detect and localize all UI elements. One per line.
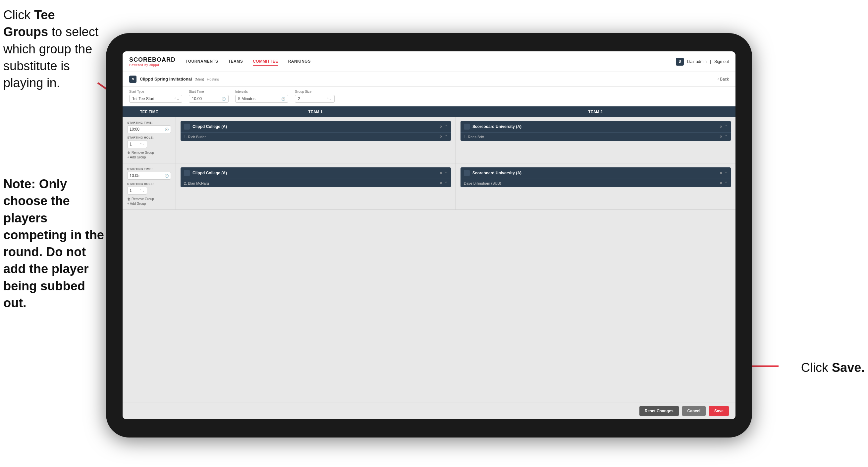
team2-expand-1[interactable]: ⌃ bbox=[724, 125, 727, 129]
click-save-label: Click Save. bbox=[801, 360, 865, 375]
group-size-value: 2 bbox=[298, 96, 300, 101]
player-row-1-1: 1. Rich Butler ✕ ⌃ bbox=[181, 132, 451, 141]
footer: Reset Changes Cancel Save bbox=[123, 402, 736, 419]
tablet-screen: SCOREBOARD Powered by clippd TOURNAMENTS… bbox=[123, 51, 736, 419]
gender-badge: (Men) bbox=[194, 77, 204, 81]
team2-name-2: Scoreboard University (A) bbox=[472, 171, 717, 175]
player-controls-1-1: ✕ ⌃ bbox=[440, 135, 447, 139]
starting-hole-label-2: STARTING HOLE: bbox=[127, 182, 171, 185]
start-type-label: Start Type bbox=[129, 90, 182, 93]
navbar: SCOREBOARD Powered by clippd TOURNAMENTS… bbox=[123, 51, 736, 72]
team1-expand-1[interactable]: ⌃ bbox=[444, 125, 447, 129]
start-time-input[interactable]: 10:00 🕙 bbox=[189, 95, 228, 103]
nav-committee[interactable]: COMMITTEE bbox=[253, 58, 278, 66]
player-name-2-2: Dave Billingham (SUB) bbox=[464, 181, 717, 185]
group-size-label: Group Size bbox=[295, 90, 335, 93]
time-icon-1: 🕙 bbox=[165, 127, 168, 131]
player-x-1-1[interactable]: ✕ bbox=[440, 135, 443, 139]
team2-header-2: Scoreboard University (A) ✕ ⌃ bbox=[461, 167, 731, 179]
nav-teams[interactable]: TEAMS bbox=[228, 58, 243, 66]
remove-group-btn-2[interactable]: 🗑 Remove Group bbox=[127, 197, 171, 201]
start-type-spinner: ⌃⌄ bbox=[174, 97, 179, 101]
add-group-btn-2[interactable]: + Add Group bbox=[127, 202, 171, 205]
player-x-1-2[interactable]: ✕ bbox=[440, 181, 443, 185]
team1-card-1: Clippd College (A) ✕ ⌃ 1. Rich Butler ✕ bbox=[181, 121, 451, 141]
group-teams-col-2: Clippd College (A) ✕ ⌃ 2. Blair McHarg ✕ bbox=[176, 164, 736, 209]
team2-card-2[interactable]: Scoreboard University (A) ✕ ⌃ Dave Billi… bbox=[461, 167, 731, 187]
team2-x-1[interactable]: ✕ bbox=[720, 125, 722, 129]
back-button[interactable]: ‹ Back bbox=[718, 77, 729, 82]
player-x-2-1[interactable]: ✕ bbox=[720, 135, 722, 139]
team1-controls-2: ✕ ⌃ bbox=[440, 171, 447, 175]
group-time-col-2: STARTING TIME: 10:05 🕙 STARTING HOLE: 1 … bbox=[123, 164, 176, 209]
start-time-value: 10:00 bbox=[192, 96, 202, 101]
team1-header-2: Clippd College (A) ✕ ⌃ bbox=[181, 167, 451, 179]
start-time-icon: 🕙 bbox=[222, 97, 226, 101]
team1-icon-2 bbox=[184, 170, 190, 176]
player-expand-1-1[interactable]: ⌃ bbox=[444, 135, 447, 139]
team1-icon-1 bbox=[184, 124, 190, 129]
hole-input-2[interactable]: 1 ⌃⌄ bbox=[127, 186, 147, 195]
user-name: blair admin bbox=[687, 59, 707, 64]
note-text: Note: Only choose the players competing … bbox=[3, 176, 109, 312]
cancel-button[interactable]: Cancel bbox=[682, 406, 706, 416]
start-type-input[interactable]: 1st Tee Start ⌃⌄ bbox=[129, 95, 182, 103]
trash-icon-1: 🗑 bbox=[127, 151, 130, 154]
team1-x-1[interactable]: ✕ bbox=[440, 125, 443, 129]
player-expand-1-2[interactable]: ⌃ bbox=[444, 181, 447, 185]
group-size-input[interactable]: 2 ⌃⌄ bbox=[295, 95, 335, 103]
note-bold: Note: Only choose the players competing … bbox=[3, 177, 104, 310]
instruction-text: Click Tee Groups to select which group t… bbox=[3, 7, 103, 91]
nav-tournaments[interactable]: TOURNAMENTS bbox=[186, 58, 218, 66]
team1-expand-2[interactable]: ⌃ bbox=[444, 171, 447, 175]
nav-rankings[interactable]: RANKINGS bbox=[288, 58, 311, 66]
th-tee-time: Tee Time bbox=[123, 107, 176, 117]
start-time-label: Start Time bbox=[189, 90, 228, 93]
reset-changes-button[interactable]: Reset Changes bbox=[640, 406, 679, 416]
team1-card-2[interactable]: Clippd College (A) ✕ ⌃ 2. Blair McHarg ✕ bbox=[181, 167, 451, 187]
team2-icon-2 bbox=[464, 170, 470, 176]
team2-card-1: Scoreboard University (A) ✕ ⌃ 1. Rees Br… bbox=[461, 121, 731, 141]
time-input-1[interactable]: 10:00 🕙 bbox=[127, 125, 171, 133]
starting-hole-label-1: STARTING HOLE: bbox=[127, 136, 171, 139]
hole-spinner-2: ⌃⌄ bbox=[140, 189, 145, 192]
intervals-input[interactable]: 5 Minutes 🕙 bbox=[235, 95, 288, 103]
player-expand-2-2[interactable]: ⌃ bbox=[724, 181, 727, 185]
group-time-col-1: STARTING TIME: 10:00 🕙 STARTING HOLE: 1 … bbox=[123, 117, 176, 163]
save-button[interactable]: Save bbox=[709, 406, 729, 416]
add-group-btn-1[interactable]: + Add Group bbox=[127, 155, 171, 159]
hole-input-1[interactable]: 1 ⌃⌄ bbox=[127, 140, 147, 148]
team2-controls-2: ✕ ⌃ bbox=[720, 171, 727, 175]
tee-groups-bold: Tee Groups bbox=[3, 8, 55, 39]
player-name-1-2: 2. Blair McHarg bbox=[184, 181, 437, 185]
team1-name-2: Clippd College (A) bbox=[192, 171, 437, 175]
team2-col-2: Scoreboard University (A) ✕ ⌃ Dave Billi… bbox=[456, 164, 736, 209]
team2-icon-1 bbox=[464, 124, 470, 129]
team2-expand-2[interactable]: ⌃ bbox=[724, 171, 727, 175]
group-size-field: Group Size 2 ⌃⌄ bbox=[295, 90, 335, 103]
player-row-1-2: 2. Blair McHarg ✕ ⌃ bbox=[181, 179, 451, 187]
sign-out-link[interactable]: Sign out bbox=[714, 59, 729, 64]
player-name-2-1: 1. Rees Britt bbox=[464, 135, 717, 139]
intervals-icon: 🕙 bbox=[281, 97, 285, 101]
subheader: B Clippd Spring Invitational (Men) Hosti… bbox=[123, 72, 736, 87]
tournament-logo: B bbox=[129, 76, 136, 83]
player-x-2-2[interactable]: ✕ bbox=[720, 181, 722, 185]
starting-time-label-1: STARTING TIME: bbox=[127, 121, 171, 124]
player-controls-2-2: ✕ ⌃ bbox=[720, 181, 727, 185]
team2-x-2[interactable]: ✕ bbox=[720, 171, 722, 175]
starting-time-label-2: STARTING TIME: bbox=[127, 167, 171, 171]
time-value-1: 10:00 bbox=[129, 127, 140, 132]
intervals-value: 5 Minutes bbox=[238, 96, 255, 101]
tablet-device: SCOREBOARD Powered by clippd TOURNAMENTS… bbox=[106, 33, 752, 438]
time-input-2[interactable]: 10:05 🕙 bbox=[127, 172, 171, 180]
team1-x-2[interactable]: ✕ bbox=[440, 171, 443, 175]
player-row-2-1: 1. Rees Britt ✕ ⌃ bbox=[461, 132, 731, 141]
trash-icon-2: 🗑 bbox=[127, 197, 130, 201]
team1-name-1: Clippd College (A) bbox=[192, 124, 437, 129]
player-controls-2-1: ✕ ⌃ bbox=[720, 135, 727, 139]
hole-value-1: 1 bbox=[129, 142, 132, 146]
group-row-1: STARTING TIME: 10:00 🕙 STARTING HOLE: 1 … bbox=[123, 117, 736, 164]
player-expand-2-1[interactable]: ⌃ bbox=[724, 135, 727, 139]
remove-group-btn-1[interactable]: 🗑 Remove Group bbox=[127, 151, 171, 154]
